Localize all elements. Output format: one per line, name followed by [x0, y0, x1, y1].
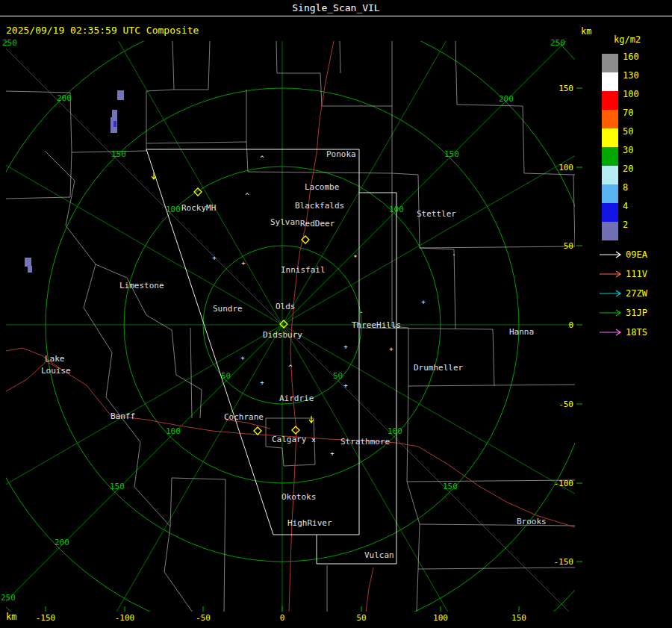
range-ring-label: 150: [111, 149, 126, 159]
scale-value: 100: [623, 90, 639, 110]
precip-echo: [112, 110, 117, 117]
arrow-shape: [600, 271, 620, 277]
scale-row: 70: [602, 110, 672, 128]
county-boundary: [174, 41, 210, 90]
scale-swatch: [602, 128, 618, 147]
county-boundary: [6, 41, 174, 199]
color-scale: 16013010070503020842: [597, 54, 672, 240]
county-boundary: [420, 248, 455, 329]
scale-swatch: [602, 222, 618, 240]
county-boundary: [224, 479, 225, 612]
scale-value: 8: [623, 183, 628, 203]
bottom-axis-label: -100: [115, 613, 135, 623]
county-boundary: [407, 386, 575, 482]
range-ring-label: 200: [499, 94, 514, 104]
range-ring-label: 100: [388, 426, 402, 436]
arrow-shape: [600, 290, 620, 296]
city-label: Airdrie: [279, 394, 314, 403]
track-id: 111V: [626, 269, 647, 279]
county-boundary: [170, 478, 225, 526]
scale-row: 20: [602, 166, 672, 184]
scale-row: 100: [602, 91, 672, 110]
map-layer: ^^++*++++++^x+..PonokaLacombeBlackfaldsS…: [0, 0, 672, 628]
town-mark: ^: [245, 192, 249, 199]
city-label: Brooks: [517, 517, 547, 526]
arrow-shape: [600, 310, 620, 316]
range-ring-label: 50: [221, 371, 231, 381]
azimuth-line: [58, 325, 282, 628]
right-axis-label: 150: [559, 84, 573, 93]
title-bar: Single_Scan_VIL: [0, 0, 672, 16]
range-ring-label: 150: [443, 482, 458, 491]
km-unit-bottom: km: [6, 612, 16, 622]
city-label: Vulcan: [364, 550, 394, 560]
bottom-axis-label: -150: [36, 613, 56, 623]
town-mark: +: [241, 259, 246, 267]
city-label: Olds: [276, 302, 296, 311]
arrow-shape: [600, 329, 620, 335]
scale-swatch: [602, 147, 618, 166]
scale-value: 30: [623, 146, 633, 166]
town-mark: .: [452, 249, 455, 257]
track-arrow-icon: [599, 270, 623, 279]
radar-canvas[interactable]: ^^++*++++++^x+..PonokaLacombeBlackfaldsS…: [0, 0, 672, 628]
scale-swatch: [602, 184, 618, 203]
track-legend: 09EA111V27ZW31JP18TS: [597, 245, 672, 342]
range-ring-label: 100: [166, 426, 181, 436]
county-boundary: [276, 41, 392, 106]
county-boundary: [359, 328, 494, 386]
track-arrow-icon: [599, 328, 623, 337]
scale-swatch: [602, 54, 618, 72]
track-id: 27ZW: [626, 288, 647, 299]
track-row: 09EA: [599, 245, 672, 264]
city-label: Banff: [111, 411, 135, 421]
city-label: Stettler: [417, 209, 456, 219]
scale-value: 50: [623, 127, 633, 147]
county-boundary: [417, 569, 418, 612]
range-ring-label: 200: [57, 93, 72, 103]
city-label: Cochrane: [224, 412, 264, 422]
city-label: RockyMH: [181, 203, 216, 213]
track-id: 18TS: [626, 327, 647, 338]
city-label: HighRiver: [287, 518, 332, 528]
city-label: Blackfalds: [295, 201, 344, 211]
city-label: Drumheller: [414, 363, 464, 373]
track-arrow-icon: [599, 250, 623, 259]
city-label: Lake: [45, 354, 65, 364]
precip-echo: [117, 90, 124, 100]
track-id: 31JP: [626, 308, 647, 318]
range-ring-label: 250: [1, 593, 16, 603]
city-label: Ponoka: [326, 149, 356, 159]
scale-value: 2: [623, 220, 628, 240]
town-mark: +: [343, 343, 348, 350]
range-ring-label: 150: [110, 482, 125, 491]
town-mark: +: [389, 345, 393, 352]
radar-site-marker: [292, 426, 299, 434]
azimuth-line: [0, 8, 282, 325]
county-boundary: [246, 142, 392, 173]
track-row: 18TS: [599, 323, 672, 342]
track-row: 31JP: [599, 303, 672, 323]
town-mark: +: [330, 450, 335, 457]
range-ring-label: 100: [389, 205, 404, 214]
range-ring-label: 100: [166, 205, 181, 214]
legend-panel: kg/m2 16013010070503020842 09EA111V27ZW3…: [597, 34, 672, 342]
track-id: 09EA: [626, 249, 647, 260]
window-title: Single_Scan_VIL: [292, 2, 379, 13]
county-boundary: [455, 41, 575, 175]
bottom-axis-label: 150: [511, 613, 526, 623]
scan-timestamp: 2025/09/19 02:35:59 UTC Composite: [6, 25, 199, 36]
scale-swatch: [602, 91, 618, 110]
range-ring-label: 200: [55, 538, 69, 547]
track-arrow-icon: [599, 308, 623, 317]
scale-row: 2: [602, 222, 672, 240]
town-mark: ^: [260, 155, 264, 162]
town-mark: +: [212, 254, 217, 261]
city-label: Louise: [41, 366, 71, 376]
county-boundary: [340, 41, 340, 73]
town-mark: ^: [288, 364, 293, 371]
azimuth-line: [282, 325, 506, 628]
range-ring-label: 50: [333, 371, 343, 381]
scale-row: 50: [602, 128, 672, 147]
azimuth-line: [282, 0, 506, 325]
